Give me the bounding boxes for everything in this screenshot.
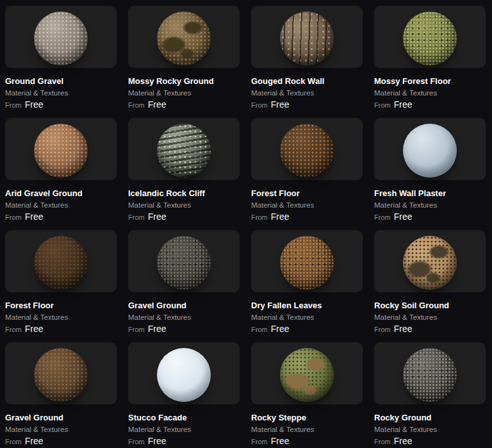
material-category: Material & Textures <box>251 313 363 322</box>
material-price: From Free <box>251 436 363 447</box>
price-value: Free <box>394 212 413 222</box>
price-from-label: From <box>128 100 145 110</box>
material-category: Material & Textures <box>5 88 117 97</box>
material-thumbnail[interactable] <box>128 230 240 292</box>
price-from-label: From <box>374 100 391 110</box>
material-card[interactable]: Gravel Ground Material & Textures From F… <box>5 342 117 447</box>
material-card[interactable]: Gravel Ground Material & Textures From F… <box>128 230 240 335</box>
material-title[interactable]: Mossy Forest Floor <box>374 76 486 87</box>
material-info: Rocky Ground Material & Textures From Fr… <box>374 413 486 447</box>
material-thumbnail[interactable] <box>251 230 363 292</box>
material-thumbnail[interactable] <box>128 342 240 404</box>
material-title[interactable]: Rocky Soil Ground <box>374 301 486 311</box>
material-sphere-preview <box>403 124 457 178</box>
material-info: Dry Fallen Leaves Material & Textures Fr… <box>251 301 363 335</box>
material-info: Forest Floor Material & Textures From Fr… <box>5 301 117 335</box>
material-category: Material & Textures <box>128 425 240 434</box>
material-card[interactable]: Ground Gravel Material & Textures From F… <box>5 6 117 110</box>
price-from-label: From <box>128 212 145 222</box>
price-from-label: From <box>5 100 22 110</box>
material-title[interactable]: Gravel Ground <box>128 301 240 311</box>
material-price: From Free <box>251 324 363 335</box>
material-card[interactable]: Mossy Rocky Ground Material & Textures F… <box>128 6 240 110</box>
price-from-label: From <box>5 324 22 335</box>
price-value: Free <box>271 436 290 446</box>
material-thumbnail[interactable] <box>374 230 486 292</box>
material-category: Material & Textures <box>5 201 117 210</box>
material-category: Material & Textures <box>374 88 486 97</box>
material-card[interactable]: Forest Floor Material & Textures From Fr… <box>5 230 117 335</box>
material-thumbnail[interactable] <box>5 342 117 404</box>
material-price: From Free <box>374 324 486 335</box>
materials-grid: Ground Gravel Material & Textures From F… <box>0 0 492 448</box>
material-thumbnail[interactable] <box>128 118 240 180</box>
price-from-label: From <box>251 212 268 222</box>
material-category: Material & Textures <box>128 88 240 97</box>
material-title[interactable]: Fresh Wall Plaster <box>374 188 486 199</box>
material-card[interactable]: Forest Floor Material & Textures From Fr… <box>251 118 363 222</box>
material-card[interactable]: Fresh Wall Plaster Material & Textures F… <box>374 118 486 222</box>
material-sphere-preview <box>34 236 88 290</box>
material-thumbnail[interactable] <box>251 6 363 68</box>
material-price: From Free <box>128 324 240 335</box>
material-price: From Free <box>5 99 117 110</box>
material-thumbnail[interactable] <box>5 230 117 292</box>
material-card[interactable]: Stucco Facade Material & Textures From F… <box>128 342 240 447</box>
material-title[interactable]: Dry Fallen Leaves <box>251 301 363 311</box>
material-thumbnail[interactable] <box>374 118 486 180</box>
material-title[interactable]: Stucco Facade <box>128 413 240 423</box>
material-thumbnail[interactable] <box>374 6 486 68</box>
material-card[interactable]: Icelandic Rock Cliff Material & Textures… <box>128 118 240 222</box>
material-title[interactable]: Rocky Steppe <box>251 413 363 423</box>
material-info: Ground Gravel Material & Textures From F… <box>5 76 117 110</box>
material-thumbnail[interactable] <box>128 6 240 68</box>
material-card[interactable]: Dry Fallen Leaves Material & Textures Fr… <box>251 230 363 335</box>
material-card[interactable]: Gouged Rock Wall Material & Textures Fro… <box>251 6 363 110</box>
material-sphere-preview <box>403 348 457 402</box>
material-category: Material & Textures <box>128 313 240 322</box>
material-category: Material & Textures <box>5 313 117 322</box>
material-title[interactable]: Ground Gravel <box>5 76 117 87</box>
material-card[interactable]: Mossy Forest Floor Material & Textures F… <box>374 6 486 110</box>
material-sphere-preview <box>157 348 211 402</box>
material-price: From Free <box>128 212 240 222</box>
material-title[interactable]: Forest Floor <box>5 301 117 311</box>
price-from-label: From <box>128 436 145 447</box>
material-thumbnail[interactable] <box>5 6 117 68</box>
material-title[interactable]: Gouged Rock Wall <box>251 76 363 87</box>
material-info: Fresh Wall Plaster Material & Textures F… <box>374 188 486 222</box>
material-price: From Free <box>5 324 117 335</box>
material-info: Forest Floor Material & Textures From Fr… <box>251 188 363 222</box>
material-info: Gouged Rock Wall Material & Textures Fro… <box>251 76 363 110</box>
material-title[interactable]: Mossy Rocky Ground <box>128 76 240 87</box>
material-thumbnail[interactable] <box>374 342 486 404</box>
material-card[interactable]: Rocky Soil Ground Material & Textures Fr… <box>374 230 486 335</box>
material-price: From Free <box>374 212 486 222</box>
material-thumbnail[interactable] <box>251 118 363 180</box>
material-info: Gravel Ground Material & Textures From F… <box>5 413 117 447</box>
material-sphere-preview <box>157 236 211 290</box>
material-card[interactable]: Rocky Steppe Material & Textures From Fr… <box>251 342 363 447</box>
material-category: Material & Textures <box>128 201 240 210</box>
material-price: From Free <box>5 212 117 222</box>
material-sphere-preview <box>280 12 334 65</box>
price-value: Free <box>394 436 413 446</box>
material-title[interactable]: Arid Gravel Ground <box>5 188 117 199</box>
material-title[interactable]: Forest Floor <box>251 188 363 199</box>
material-sphere-preview <box>34 12 88 65</box>
material-title[interactable]: Gravel Ground <box>5 413 117 423</box>
material-title[interactable]: Rocky Ground <box>374 413 486 423</box>
price-value: Free <box>271 99 290 110</box>
material-title[interactable]: Icelandic Rock Cliff <box>128 188 240 199</box>
price-value: Free <box>148 212 167 222</box>
material-thumbnail[interactable] <box>251 342 363 404</box>
material-info: Icelandic Rock Cliff Material & Textures… <box>128 188 240 222</box>
price-value: Free <box>271 324 290 334</box>
material-info: Rocky Steppe Material & Textures From Fr… <box>251 413 363 447</box>
material-info: Stucco Facade Material & Textures From F… <box>128 413 240 447</box>
material-thumbnail[interactable] <box>5 118 117 180</box>
price-from-label: From <box>374 324 391 335</box>
material-sphere-preview <box>403 236 457 290</box>
material-card[interactable]: Arid Gravel Ground Material & Textures F… <box>5 118 117 222</box>
material-card[interactable]: Rocky Ground Material & Textures From Fr… <box>374 342 486 447</box>
